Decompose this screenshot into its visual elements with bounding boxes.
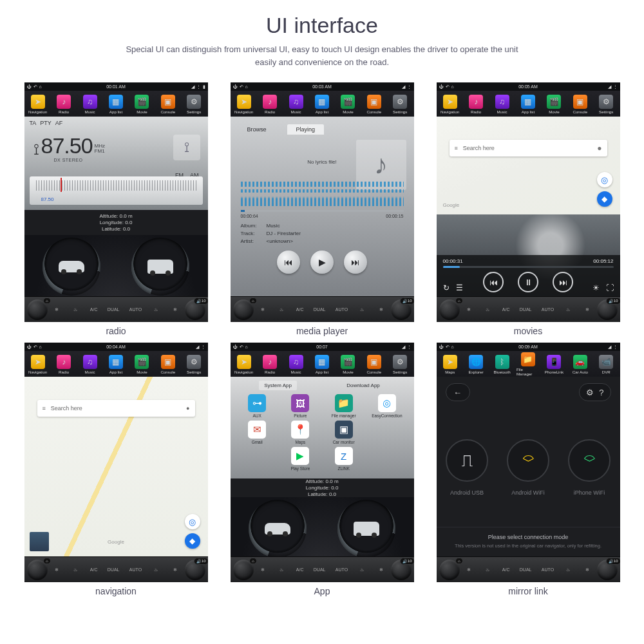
home-icon[interactable] (451, 84, 454, 90)
menu-movie[interactable]: 🎬Movie (130, 95, 153, 114)
next-button[interactable]: ⏭ (344, 251, 367, 274)
menu-movie[interactable]: 🎬Movie (336, 355, 359, 374)
menu-settings[interactable]: ⚙Settings (182, 95, 205, 114)
menu-applist[interactable]: ▦App list (310, 355, 334, 374)
map-thumbnail[interactable] (30, 532, 49, 551)
tab-playing[interactable]: Playing (287, 124, 325, 135)
menu-movie[interactable]: 🎬Movie (336, 95, 359, 114)
menu-movie[interactable]: 🎬Movie (542, 95, 565, 114)
knob-right[interactable]: 🔊10 (391, 560, 412, 580)
back-icon[interactable] (33, 345, 37, 350)
menu-bluetooth[interactable]: ᛒBluetooth (491, 355, 514, 374)
knob-right[interactable]: 🔊10 (185, 560, 205, 580)
home-icon[interactable] (39, 84, 42, 90)
knob-right[interactable]: 🔊10 (185, 299, 205, 320)
menu-movie[interactable]: 🎬Movie (130, 355, 153, 374)
app-easyconn[interactable]: ◎EasyConnection (366, 394, 407, 418)
menu-carauto[interactable]: 🚗Car Auto (569, 355, 592, 374)
fullscreen-icon[interactable]: ⛶ (606, 283, 614, 292)
knob-left[interactable]: ⌂ (233, 560, 254, 580)
app-carmon[interactable]: ▣Car monitor (323, 421, 364, 444)
knob-left[interactable]: ⌂ (27, 560, 48, 580)
video-pause-button[interactable]: ⏸ (518, 272, 538, 292)
back-icon[interactable] (240, 84, 243, 90)
knob-left[interactable]: ⌂ (439, 299, 460, 320)
menu-settings[interactable]: ⚙Settings (388, 355, 412, 374)
menu-settings[interactable]: ⚙Settings (388, 95, 412, 114)
app-filemgr[interactable]: 📁File manager (323, 394, 364, 418)
app-picture[interactable]: 🖼Picture (280, 394, 321, 418)
play-button[interactable]: ▶ (310, 251, 334, 274)
menu-console[interactable]: ▣Console (363, 355, 386, 374)
menu-music[interactable]: ♫Music (491, 95, 514, 114)
menu-navigation[interactable]: ➤Navigation (439, 95, 462, 114)
back-button[interactable]: ← (446, 383, 470, 401)
menu-maps[interactable]: ➤Maps (439, 355, 462, 374)
locate-button[interactable]: ◎ (185, 514, 200, 529)
menu-console[interactable]: ▣Console (156, 95, 180, 114)
radio-tab-af[interactable]: AF (55, 120, 63, 126)
menu-applist[interactable]: ▦App list (104, 95, 128, 114)
locate-button[interactable]: ◎ (597, 172, 612, 187)
conn-iphone-wifi[interactable]: ⌔ iPhone WiFi (568, 439, 611, 496)
conn-android-usb[interactable]: ⎍ Android USB (446, 439, 488, 496)
knob-left[interactable]: ⌂ (439, 560, 460, 580)
knob-right[interactable]: 🔊10 (597, 560, 618, 580)
tab-download-app[interactable]: Download App (341, 381, 385, 390)
radio-tab-pty[interactable]: PTY (40, 120, 52, 126)
dock-ac-icon[interactable]: ❄ (52, 307, 61, 312)
home-icon[interactable] (245, 84, 248, 90)
knob-left[interactable]: ⌂ (27, 299, 48, 320)
app-maps[interactable]: 📍Maps (280, 421, 321, 444)
dock-seat-icon[interactable]: ♨ (71, 307, 80, 312)
back-icon[interactable] (33, 84, 37, 90)
menu-settings[interactable]: ⚙Settings (594, 95, 618, 114)
menu-explorer[interactable]: 🌐Explorer (464, 355, 488, 374)
radio-broadcast-icon[interactable]: ⟟ (173, 135, 200, 160)
menu-navigation[interactable]: ➤Navigation (232, 95, 256, 114)
menu-radio[interactable]: ♪Radio (52, 355, 75, 374)
nav-map[interactable]: ≡ Search here ● ◎ ◆ Google (24, 377, 208, 556)
menu-dvr[interactable]: 📹DVR (594, 355, 618, 374)
mic-icon[interactable]: ● (597, 144, 601, 153)
tab-browse[interactable]: Browse (238, 124, 276, 135)
list-icon[interactable]: ☰ (456, 283, 463, 292)
directions-button[interactable]: ◆ (597, 191, 612, 207)
map-pane[interactable]: ≡ Search here ● ◎ ◆ Google (437, 117, 620, 214)
menu-filemgr[interactable]: 📁File Manager (516, 352, 540, 376)
menu-navigation[interactable]: ➤Navigation (232, 355, 256, 374)
directions-button[interactable]: ◆ (185, 533, 200, 549)
settings-help-button[interactable]: ⚙? (579, 383, 611, 401)
video-prev-button[interactable]: ⏮ (483, 272, 504, 292)
menu-console[interactable]: ▣Console (156, 355, 180, 374)
menu-music[interactable]: ♫Music (285, 95, 308, 114)
conn-android-wifi[interactable]: ⌔ Android WiFi (507, 439, 549, 496)
app-playstore[interactable]: ▶Play Store (280, 447, 321, 471)
dock-seat2-icon[interactable]: ♨ (151, 307, 160, 312)
menu-radio[interactable]: ♪Radio (52, 95, 75, 114)
search-input[interactable]: ≡ Search here ● (37, 400, 195, 417)
video-progress[interactable] (443, 266, 614, 268)
progress-bar[interactable] (241, 210, 404, 212)
menu-applist[interactable]: ▦App list (516, 95, 540, 114)
home-icon[interactable] (39, 345, 42, 350)
loop-icon[interactable]: ↻ (443, 283, 450, 292)
app-zlink[interactable]: ZZLINK (323, 447, 364, 471)
menu-applist[interactable]: ▦App list (310, 95, 334, 114)
menu-radio[interactable]: ♪Radio (258, 355, 281, 374)
dock-defrost-icon[interactable]: ❄ (171, 307, 180, 312)
menu-applist[interactable]: ▦App list (104, 355, 128, 374)
menu-radio[interactable]: ♪Radio (258, 95, 281, 114)
menu-navigation[interactable]: ➤Navigation (26, 355, 50, 374)
app-aux[interactable]: ⊶AUX (237, 394, 278, 418)
app-gmail[interactable]: ✉Gmail (237, 421, 278, 444)
radio-tab-ta[interactable]: TA (30, 120, 37, 126)
back-icon[interactable] (446, 84, 450, 90)
menu-radio[interactable]: ♪Radio (464, 95, 488, 114)
radio-tuner[interactable]: 87.50 (30, 176, 203, 205)
knob-right[interactable]: 🔊10 (597, 299, 618, 320)
tab-system-app[interactable]: System App (259, 381, 297, 390)
menu-music[interactable]: ♫Music (285, 355, 308, 374)
menu-settings[interactable]: ⚙Settings (182, 355, 205, 374)
power-icon[interactable] (233, 84, 238, 90)
